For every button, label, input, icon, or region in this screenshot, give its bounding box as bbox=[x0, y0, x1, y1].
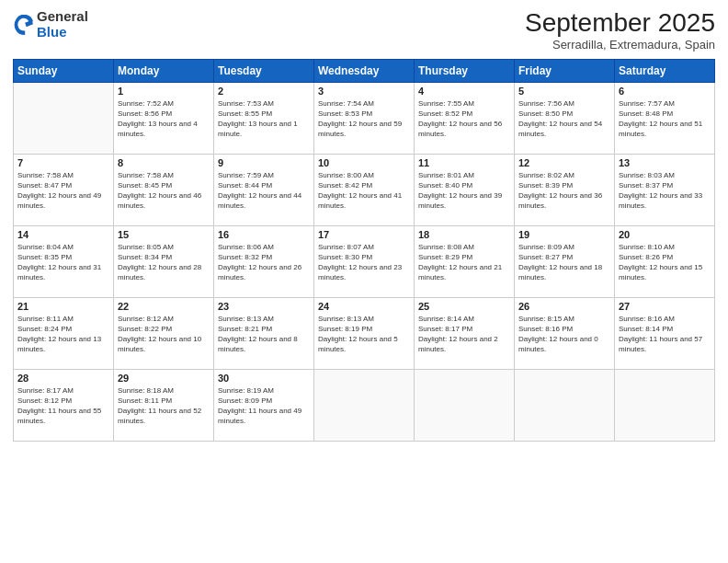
table-row: 14Sunrise: 8:04 AMSunset: 8:35 PMDayligh… bbox=[14, 225, 114, 297]
weekday-wednesday: Wednesday bbox=[314, 59, 415, 82]
day-number: 23 bbox=[218, 301, 310, 312]
table-row: 8Sunrise: 7:58 AMSunset: 8:45 PMDaylight… bbox=[114, 154, 214, 225]
day-number: 19 bbox=[518, 229, 610, 240]
weekday-friday: Friday bbox=[515, 59, 615, 82]
day-info: Sunrise: 8:06 AMSunset: 8:32 PMDaylight:… bbox=[218, 242, 310, 283]
table-row: 3Sunrise: 7:54 AMSunset: 8:53 PMDaylight… bbox=[314, 82, 415, 154]
day-info: Sunrise: 7:58 AMSunset: 8:47 PMDaylight:… bbox=[17, 170, 109, 212]
table-row bbox=[14, 82, 114, 154]
day-number: 2 bbox=[218, 86, 310, 97]
day-number: 9 bbox=[218, 157, 310, 168]
title-block: September 2025 Serradilla, Extremadura, … bbox=[525, 9, 715, 52]
day-number: 20 bbox=[619, 229, 711, 240]
day-number: 4 bbox=[418, 86, 510, 97]
page: General Blue September 2025 Serradilla, … bbox=[0, 0, 728, 563]
day-info: Sunrise: 7:54 AMSunset: 8:53 PMDaylight:… bbox=[318, 98, 410, 140]
logo-text: General Blue bbox=[37, 9, 88, 40]
logo-general-text: General bbox=[37, 9, 88, 25]
day-number: 8 bbox=[118, 157, 210, 168]
table-row: 17Sunrise: 8:07 AMSunset: 8:30 PMDayligh… bbox=[314, 225, 415, 297]
table-row: 15Sunrise: 8:05 AMSunset: 8:34 PMDayligh… bbox=[114, 225, 214, 297]
day-info: Sunrise: 7:55 AMSunset: 8:52 PMDaylight:… bbox=[418, 98, 510, 140]
day-info: Sunrise: 8:13 AMSunset: 8:21 PMDaylight:… bbox=[218, 314, 310, 355]
day-number: 18 bbox=[418, 229, 510, 240]
header: General Blue September 2025 Serradilla, … bbox=[13, 9, 715, 52]
day-info: Sunrise: 7:57 AMSunset: 8:48 PMDaylight:… bbox=[619, 98, 711, 140]
calendar-title: September 2025 bbox=[525, 9, 715, 38]
calendar-week-row: 21Sunrise: 8:11 AMSunset: 8:24 PMDayligh… bbox=[14, 297, 715, 369]
day-number: 3 bbox=[318, 86, 410, 97]
day-info: Sunrise: 8:05 AMSunset: 8:34 PMDaylight:… bbox=[118, 242, 210, 283]
table-row bbox=[314, 369, 415, 441]
day-number: 29 bbox=[118, 373, 210, 384]
day-info: Sunrise: 7:53 AMSunset: 8:55 PMDaylight:… bbox=[218, 98, 310, 140]
logo: General Blue bbox=[13, 9, 88, 40]
table-row: 21Sunrise: 8:11 AMSunset: 8:24 PMDayligh… bbox=[14, 297, 114, 369]
day-info: Sunrise: 8:00 AMSunset: 8:42 PMDaylight:… bbox=[318, 170, 410, 212]
day-number: 14 bbox=[17, 229, 109, 240]
day-info: Sunrise: 7:52 AMSunset: 8:56 PMDaylight:… bbox=[118, 98, 210, 140]
table-row: 10Sunrise: 8:00 AMSunset: 8:42 PMDayligh… bbox=[314, 154, 415, 225]
table-row: 7Sunrise: 7:58 AMSunset: 8:47 PMDaylight… bbox=[14, 154, 114, 225]
calendar-week-row: 14Sunrise: 8:04 AMSunset: 8:35 PMDayligh… bbox=[14, 225, 715, 297]
logo-icon bbox=[13, 15, 33, 35]
day-number: 21 bbox=[17, 301, 109, 312]
day-info: Sunrise: 8:10 AMSunset: 8:26 PMDaylight:… bbox=[619, 242, 711, 283]
table-row: 16Sunrise: 8:06 AMSunset: 8:32 PMDayligh… bbox=[214, 225, 314, 297]
logo-blue-text: Blue bbox=[37, 25, 88, 40]
calendar-subtitle: Serradilla, Extremadura, Spain bbox=[525, 38, 715, 52]
day-number: 16 bbox=[218, 229, 310, 240]
day-info: Sunrise: 8:13 AMSunset: 8:19 PMDaylight:… bbox=[318, 314, 410, 355]
table-row: 22Sunrise: 8:12 AMSunset: 8:22 PMDayligh… bbox=[114, 297, 214, 369]
day-number: 11 bbox=[418, 157, 510, 168]
day-info: Sunrise: 8:16 AMSunset: 8:14 PMDaylight:… bbox=[619, 314, 711, 355]
day-info: Sunrise: 8:07 AMSunset: 8:30 PMDaylight:… bbox=[318, 242, 410, 283]
table-row: 28Sunrise: 8:17 AMSunset: 8:12 PMDayligh… bbox=[14, 369, 114, 441]
table-row: 18Sunrise: 8:08 AMSunset: 8:29 PMDayligh… bbox=[415, 225, 515, 297]
table-row: 9Sunrise: 7:59 AMSunset: 8:44 PMDaylight… bbox=[214, 154, 314, 225]
day-number: 24 bbox=[318, 301, 410, 312]
day-number: 22 bbox=[118, 301, 210, 312]
day-info: Sunrise: 8:04 AMSunset: 8:35 PMDaylight:… bbox=[17, 242, 109, 283]
weekday-thursday: Thursday bbox=[415, 59, 515, 82]
day-number: 26 bbox=[518, 301, 610, 312]
table-row: 25Sunrise: 8:14 AMSunset: 8:17 PMDayligh… bbox=[415, 297, 515, 369]
day-number: 1 bbox=[118, 86, 210, 97]
table-row bbox=[615, 369, 715, 441]
calendar-week-row: 1Sunrise: 7:52 AMSunset: 8:56 PMDaylight… bbox=[14, 82, 715, 154]
day-number: 13 bbox=[619, 157, 711, 168]
day-info: Sunrise: 8:14 AMSunset: 8:17 PMDaylight:… bbox=[418, 314, 510, 355]
day-number: 15 bbox=[118, 229, 210, 240]
day-number: 7 bbox=[17, 157, 109, 168]
day-number: 10 bbox=[318, 157, 410, 168]
table-row: 29Sunrise: 8:18 AMSunset: 8:11 PMDayligh… bbox=[114, 369, 214, 441]
table-row: 23Sunrise: 8:13 AMSunset: 8:21 PMDayligh… bbox=[214, 297, 314, 369]
day-number: 30 bbox=[218, 373, 310, 384]
day-number: 6 bbox=[619, 86, 711, 97]
table-row: 6Sunrise: 7:57 AMSunset: 8:48 PMDaylight… bbox=[615, 82, 715, 154]
table-row: 1Sunrise: 7:52 AMSunset: 8:56 PMDaylight… bbox=[114, 82, 214, 154]
day-info: Sunrise: 8:03 AMSunset: 8:37 PMDaylight:… bbox=[619, 170, 711, 212]
day-number: 28 bbox=[17, 373, 109, 384]
table-row: 24Sunrise: 8:13 AMSunset: 8:19 PMDayligh… bbox=[314, 297, 415, 369]
weekday-saturday: Saturday bbox=[615, 59, 715, 82]
weekday-header-row: Sunday Monday Tuesday Wednesday Thursday… bbox=[14, 59, 715, 82]
calendar-week-row: 28Sunrise: 8:17 AMSunset: 8:12 PMDayligh… bbox=[14, 369, 715, 441]
day-info: Sunrise: 7:56 AMSunset: 8:50 PMDaylight:… bbox=[518, 98, 610, 140]
table-row: 13Sunrise: 8:03 AMSunset: 8:37 PMDayligh… bbox=[615, 154, 715, 225]
calendar-week-row: 7Sunrise: 7:58 AMSunset: 8:47 PMDaylight… bbox=[14, 154, 715, 225]
table-row: 27Sunrise: 8:16 AMSunset: 8:14 PMDayligh… bbox=[615, 297, 715, 369]
day-info: Sunrise: 8:17 AMSunset: 8:12 PMDaylight:… bbox=[17, 385, 109, 427]
day-info: Sunrise: 8:08 AMSunset: 8:29 PMDaylight:… bbox=[418, 242, 510, 283]
day-number: 25 bbox=[418, 301, 510, 312]
day-number: 17 bbox=[318, 229, 410, 240]
table-row: 4Sunrise: 7:55 AMSunset: 8:52 PMDaylight… bbox=[415, 82, 515, 154]
day-info: Sunrise: 8:15 AMSunset: 8:16 PMDaylight:… bbox=[518, 314, 610, 355]
day-info: Sunrise: 8:02 AMSunset: 8:39 PMDaylight:… bbox=[518, 170, 610, 212]
weekday-tuesday: Tuesday bbox=[214, 59, 314, 82]
day-number: 27 bbox=[619, 301, 711, 312]
day-info: Sunrise: 8:09 AMSunset: 8:27 PMDaylight:… bbox=[518, 242, 610, 283]
table-row: 20Sunrise: 8:10 AMSunset: 8:26 PMDayligh… bbox=[615, 225, 715, 297]
day-number: 12 bbox=[518, 157, 610, 168]
day-info: Sunrise: 7:59 AMSunset: 8:44 PMDaylight:… bbox=[218, 170, 310, 212]
